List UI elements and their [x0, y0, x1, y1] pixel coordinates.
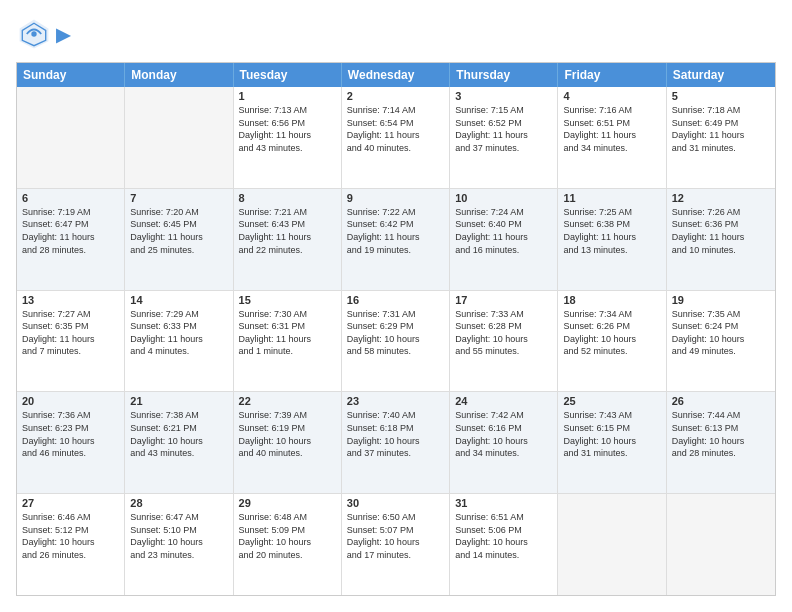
calendar-cell: 26Sunrise: 7:44 AMSunset: 6:13 PMDayligh…: [667, 392, 775, 493]
calendar-cell: 6Sunrise: 7:19 AMSunset: 6:47 PMDaylight…: [17, 189, 125, 290]
calendar-cell: [17, 87, 125, 188]
weekday-header: Wednesday: [342, 63, 450, 87]
cell-info: Sunrise: 7:43 AMSunset: 6:15 PMDaylight:…: [563, 409, 660, 459]
calendar-body: 1Sunrise: 7:13 AMSunset: 6:56 PMDaylight…: [17, 87, 775, 595]
day-number: 28: [130, 497, 227, 509]
logo: ▶: [16, 16, 70, 52]
day-number: 14: [130, 294, 227, 306]
calendar-row: 13Sunrise: 7:27 AMSunset: 6:35 PMDayligh…: [17, 290, 775, 392]
cell-info: Sunrise: 6:51 AMSunset: 5:06 PMDaylight:…: [455, 511, 552, 561]
calendar-cell: 16Sunrise: 7:31 AMSunset: 6:29 PMDayligh…: [342, 291, 450, 392]
day-number: 7: [130, 192, 227, 204]
cell-info: Sunrise: 7:21 AMSunset: 6:43 PMDaylight:…: [239, 206, 336, 256]
cell-info: Sunrise: 7:39 AMSunset: 6:19 PMDaylight:…: [239, 409, 336, 459]
cell-info: Sunrise: 7:31 AMSunset: 6:29 PMDaylight:…: [347, 308, 444, 358]
calendar-cell: 25Sunrise: 7:43 AMSunset: 6:15 PMDayligh…: [558, 392, 666, 493]
cell-info: Sunrise: 7:18 AMSunset: 6:49 PMDaylight:…: [672, 104, 770, 154]
cell-info: Sunrise: 7:30 AMSunset: 6:31 PMDaylight:…: [239, 308, 336, 358]
calendar-cell: 29Sunrise: 6:48 AMSunset: 5:09 PMDayligh…: [234, 494, 342, 595]
calendar-cell: 7Sunrise: 7:20 AMSunset: 6:45 PMDaylight…: [125, 189, 233, 290]
cell-info: Sunrise: 7:42 AMSunset: 6:16 PMDaylight:…: [455, 409, 552, 459]
calendar-row: 1Sunrise: 7:13 AMSunset: 6:56 PMDaylight…: [17, 87, 775, 188]
day-number: 2: [347, 90, 444, 102]
weekday-header: Tuesday: [234, 63, 342, 87]
cell-info: Sunrise: 7:33 AMSunset: 6:28 PMDaylight:…: [455, 308, 552, 358]
day-number: 3: [455, 90, 552, 102]
day-number: 4: [563, 90, 660, 102]
calendar-cell: [125, 87, 233, 188]
calendar-cell: 22Sunrise: 7:39 AMSunset: 6:19 PMDayligh…: [234, 392, 342, 493]
calendar-cell: 11Sunrise: 7:25 AMSunset: 6:38 PMDayligh…: [558, 189, 666, 290]
day-number: 15: [239, 294, 336, 306]
cell-info: Sunrise: 7:40 AMSunset: 6:18 PMDaylight:…: [347, 409, 444, 459]
day-number: 31: [455, 497, 552, 509]
header: ▶: [16, 16, 776, 52]
cell-info: Sunrise: 7:26 AMSunset: 6:36 PMDaylight:…: [672, 206, 770, 256]
cell-info: Sunrise: 6:50 AMSunset: 5:07 PMDaylight:…: [347, 511, 444, 561]
calendar-row: 27Sunrise: 6:46 AMSunset: 5:12 PMDayligh…: [17, 493, 775, 595]
day-number: 18: [563, 294, 660, 306]
cell-info: Sunrise: 7:14 AMSunset: 6:54 PMDaylight:…: [347, 104, 444, 154]
cell-info: Sunrise: 7:19 AMSunset: 6:47 PMDaylight:…: [22, 206, 119, 256]
calendar-cell: 19Sunrise: 7:35 AMSunset: 6:24 PMDayligh…: [667, 291, 775, 392]
calendar-cell: [667, 494, 775, 595]
calendar-cell: 15Sunrise: 7:30 AMSunset: 6:31 PMDayligh…: [234, 291, 342, 392]
calendar-cell: 12Sunrise: 7:26 AMSunset: 6:36 PMDayligh…: [667, 189, 775, 290]
calendar-cell: 23Sunrise: 7:40 AMSunset: 6:18 PMDayligh…: [342, 392, 450, 493]
day-number: 17: [455, 294, 552, 306]
day-number: 12: [672, 192, 770, 204]
calendar-cell: 3Sunrise: 7:15 AMSunset: 6:52 PMDaylight…: [450, 87, 558, 188]
day-number: 10: [455, 192, 552, 204]
cell-info: Sunrise: 7:29 AMSunset: 6:33 PMDaylight:…: [130, 308, 227, 358]
day-number: 8: [239, 192, 336, 204]
calendar: SundayMondayTuesdayWednesdayThursdayFrid…: [16, 62, 776, 596]
day-number: 26: [672, 395, 770, 407]
calendar-cell: 24Sunrise: 7:42 AMSunset: 6:16 PMDayligh…: [450, 392, 558, 493]
day-number: 1: [239, 90, 336, 102]
day-number: 24: [455, 395, 552, 407]
calendar-cell: 14Sunrise: 7:29 AMSunset: 6:33 PMDayligh…: [125, 291, 233, 392]
cell-info: Sunrise: 7:35 AMSunset: 6:24 PMDaylight:…: [672, 308, 770, 358]
calendar-header: SundayMondayTuesdayWednesdayThursdayFrid…: [17, 63, 775, 87]
day-number: 20: [22, 395, 119, 407]
calendar-cell: 10Sunrise: 7:24 AMSunset: 6:40 PMDayligh…: [450, 189, 558, 290]
day-number: 27: [22, 497, 119, 509]
calendar-cell: 18Sunrise: 7:34 AMSunset: 6:26 PMDayligh…: [558, 291, 666, 392]
day-number: 19: [672, 294, 770, 306]
cell-info: Sunrise: 7:44 AMSunset: 6:13 PMDaylight:…: [672, 409, 770, 459]
weekday-header: Friday: [558, 63, 666, 87]
cell-info: Sunrise: 7:27 AMSunset: 6:35 PMDaylight:…: [22, 308, 119, 358]
calendar-cell: [558, 494, 666, 595]
cell-info: Sunrise: 7:25 AMSunset: 6:38 PMDaylight:…: [563, 206, 660, 256]
cell-info: Sunrise: 7:20 AMSunset: 6:45 PMDaylight:…: [130, 206, 227, 256]
day-number: 25: [563, 395, 660, 407]
calendar-cell: 2Sunrise: 7:14 AMSunset: 6:54 PMDaylight…: [342, 87, 450, 188]
cell-info: Sunrise: 6:48 AMSunset: 5:09 PMDaylight:…: [239, 511, 336, 561]
cell-info: Sunrise: 7:34 AMSunset: 6:26 PMDaylight:…: [563, 308, 660, 358]
day-number: 6: [22, 192, 119, 204]
cell-info: Sunrise: 7:13 AMSunset: 6:56 PMDaylight:…: [239, 104, 336, 154]
calendar-row: 6Sunrise: 7:19 AMSunset: 6:47 PMDaylight…: [17, 188, 775, 290]
calendar-cell: 31Sunrise: 6:51 AMSunset: 5:06 PMDayligh…: [450, 494, 558, 595]
svg-point-2: [31, 31, 36, 36]
calendar-cell: 30Sunrise: 6:50 AMSunset: 5:07 PMDayligh…: [342, 494, 450, 595]
calendar-cell: 13Sunrise: 7:27 AMSunset: 6:35 PMDayligh…: [17, 291, 125, 392]
cell-info: Sunrise: 6:46 AMSunset: 5:12 PMDaylight:…: [22, 511, 119, 561]
day-number: 30: [347, 497, 444, 509]
calendar-cell: 27Sunrise: 6:46 AMSunset: 5:12 PMDayligh…: [17, 494, 125, 595]
calendar-cell: 17Sunrise: 7:33 AMSunset: 6:28 PMDayligh…: [450, 291, 558, 392]
day-number: 9: [347, 192, 444, 204]
calendar-cell: 5Sunrise: 7:18 AMSunset: 6:49 PMDaylight…: [667, 87, 775, 188]
day-number: 21: [130, 395, 227, 407]
calendar-cell: 28Sunrise: 6:47 AMSunset: 5:10 PMDayligh…: [125, 494, 233, 595]
cell-info: Sunrise: 6:47 AMSunset: 5:10 PMDaylight:…: [130, 511, 227, 561]
weekday-header: Saturday: [667, 63, 775, 87]
day-number: 11: [563, 192, 660, 204]
day-number: 22: [239, 395, 336, 407]
cell-info: Sunrise: 7:15 AMSunset: 6:52 PMDaylight:…: [455, 104, 552, 154]
cell-info: Sunrise: 7:16 AMSunset: 6:51 PMDaylight:…: [563, 104, 660, 154]
calendar-cell: 1Sunrise: 7:13 AMSunset: 6:56 PMDaylight…: [234, 87, 342, 188]
logo-text: ▶: [56, 26, 70, 43]
weekday-header: Thursday: [450, 63, 558, 87]
day-number: 16: [347, 294, 444, 306]
